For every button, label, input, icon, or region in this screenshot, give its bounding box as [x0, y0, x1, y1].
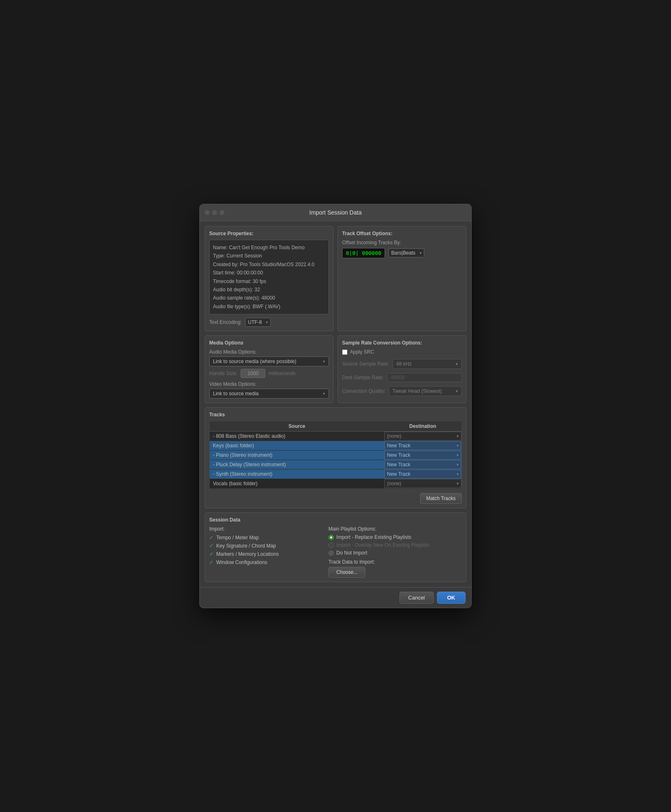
cancel-button[interactable]: Cancel: [399, 592, 433, 604]
offset-unit-select[interactable]: Bars|Beats: [388, 248, 424, 257]
track-dest-select-wrapper: New Track: [384, 470, 461, 479]
traffic-lights: [205, 210, 224, 215]
track-source-cell: - 808 Bass (Stereo Elastic audio): [210, 432, 384, 441]
track-dest-select-wrapper: (none): [384, 432, 461, 441]
video-option-select-wrapper: Link to source media: [209, 389, 329, 399]
bottom-bar: Cancel OK: [200, 587, 471, 608]
table-row[interactable]: - Pluck Delay (Stereo instrument)New Tra…: [210, 460, 461, 470]
track-dest-select[interactable]: New Track: [384, 441, 461, 450]
table-row[interactable]: - 808 Bass (Stereo Elastic audio)(none): [210, 432, 461, 441]
track-dest-cell: New Track: [384, 451, 461, 460]
audio-option-select[interactable]: Link to source media (where possible): [209, 356, 329, 366]
track-dest-select-wrapper: New Track: [384, 451, 461, 460]
destination-header: Destination: [384, 421, 461, 432]
dest-sample-rate-row: Dest Sample Rate:: [342, 373, 462, 382]
maximize-button[interactable]: [220, 210, 224, 215]
session-data-title: Session Data: [209, 517, 462, 523]
playlist-section: Main Playlist Options: Import - Replace …: [328, 526, 462, 578]
table-row[interactable]: - Synth (Stereo instrument)New Track: [210, 470, 461, 479]
table-row[interactable]: Keys (basic folder)New Track: [210, 441, 461, 451]
source-info-line-3: Created by: Pro Tools Studio/MacOS 2022.…: [213, 260, 325, 269]
source-info-box: Name: Can't Get Enough Pro Tools Demo Ty…: [209, 240, 329, 314]
import-item-tempo: ✓ Tempo / Meter Map: [209, 534, 320, 541]
offset-unit-select-wrapper: Bars|Beats: [388, 248, 424, 257]
source-sample-rate-select-wrapper: 48 kHz: [392, 359, 462, 369]
radio-replace-dot: [328, 535, 334, 540]
source-sample-rate-label: Source Sample Rate:: [342, 361, 389, 367]
source-info-line-6: Audio bit depth(s): 32: [213, 286, 325, 294]
media-options-panel: Media Options Audio Media Options: Link …: [205, 335, 333, 403]
table-row[interactable]: Vocals (basic folder)(none): [210, 479, 461, 489]
track-dest-select[interactable]: New Track: [384, 460, 461, 469]
title-bar: Import Session Data: [200, 204, 471, 221]
markers-checkmark: ✓: [209, 551, 214, 557]
track-source-cell: - Pluck Delay (Stereo instrument): [210, 460, 384, 470]
track-source-cell: Keys (basic folder): [210, 441, 384, 451]
track-dest-select[interactable]: New Track: [384, 451, 461, 460]
source-info-line-2: Type: Current Session: [213, 252, 325, 260]
tracks-table-body: - 808 Bass (Stereo Elastic audio)(none)K…: [210, 432, 461, 489]
text-encoding-row: Text Encoding: UTF-8: [209, 318, 329, 327]
tempo-label: Tempo / Meter Map: [216, 535, 259, 541]
track-dest-cell: New Track: [384, 441, 461, 451]
import-session-dialog: Import Session Data Source Properties: N…: [199, 204, 472, 608]
track-dest-cell: New Track: [384, 470, 461, 479]
source-header: Source: [210, 421, 384, 432]
markers-label: Markers / Memory Locations: [216, 551, 279, 557]
offset-value[interactable]: 0|0| 000000: [342, 248, 385, 258]
offset-row: 0|0| 000000 Bars|Beats: [342, 248, 462, 258]
radio-replace-playlists[interactable]: Import - Replace Existing Playlists: [328, 534, 462, 540]
track-offset-title: Track Offset Options:: [342, 231, 462, 236]
minimize-button[interactable]: [212, 210, 217, 215]
apply-src-row: Apply SRC: [342, 349, 462, 355]
track-dest-select[interactable]: New Track: [384, 470, 461, 479]
tracks-table: Source Destination - 808 Bass (Stereo El…: [210, 421, 461, 489]
ok-button[interactable]: OK: [437, 592, 466, 604]
import-item-key: ✓ Key Signature / Chord Map: [209, 543, 320, 549]
conversion-quality-select: Tweak Head (Slowest): [389, 386, 462, 396]
import-items: ✓ Tempo / Meter Map ✓ Key Signature / Ch…: [209, 534, 320, 565]
track-dest-select[interactable]: (none): [384, 479, 461, 488]
track-dest-select-wrapper: New Track: [384, 460, 461, 469]
track-dest-select-wrapper: New Track: [384, 441, 461, 450]
conversion-quality-row: Conversion Quality: Tweak Head (Slowest): [342, 386, 462, 396]
dest-sample-rate-label: Dest Sample Rate:: [342, 375, 384, 380]
apply-src-label: Apply SRC: [350, 349, 374, 355]
src-options: Apply SRC Source Sample Rate: 48 kHz Des…: [342, 349, 462, 396]
apply-src-checkbox[interactable]: [342, 349, 347, 355]
radio-overlay-label: Import - Overlay New On Existing Playlis…: [336, 542, 429, 548]
source-sample-rate-select: 48 kHz: [392, 359, 462, 369]
tracks-header-row: Source Destination: [210, 421, 461, 432]
table-row[interactable]: - Piano (Stereo instrument)New Track: [210, 451, 461, 460]
session-data-panel: Session Data Import: ✓ Tempo / Meter Map…: [205, 512, 466, 582]
source-info-line-5: Timecode format: 30 fps: [213, 277, 325, 286]
radio-do-not-import[interactable]: Do Not Import: [328, 550, 462, 556]
session-data-content: Import: ✓ Tempo / Meter Map ✓ Key Signat…: [209, 526, 462, 578]
tracks-table-scroll[interactable]: Source Destination - 808 Bass (Stereo El…: [210, 421, 461, 491]
track-dest-select-wrapper: (none): [384, 479, 461, 488]
import-item-window: ✓ Window Configurations: [209, 559, 320, 565]
window-checkmark: ✓: [209, 559, 214, 565]
track-dest-cell: New Track: [384, 460, 461, 470]
track-source-cell: - Synth (Stereo instrument): [210, 470, 384, 479]
source-sample-rate-row: Source Sample Rate: 48 kHz: [342, 359, 462, 369]
media-options-title: Media Options: [209, 340, 329, 346]
top-row: Source Properties: Name: Can't Get Enoug…: [205, 226, 466, 331]
radio-no-import-label: Do Not Import: [336, 550, 367, 556]
handle-size-unit: milliseconds: [269, 371, 295, 376]
video-option-select[interactable]: Link to source media: [209, 389, 329, 399]
track-data-row: Track Data to Import: Choose...: [328, 559, 462, 578]
handle-size-input[interactable]: 1000: [241, 369, 265, 378]
key-checkmark: ✓: [209, 543, 214, 549]
track-dest-select[interactable]: (none): [384, 432, 461, 441]
source-info-line-1: Name: Can't Get Enough Pro Tools Demo: [213, 243, 325, 252]
text-encoding-label: Text Encoding:: [209, 319, 242, 325]
match-tracks-row: Match Tracks: [209, 493, 462, 504]
text-encoding-select[interactable]: UTF-8: [245, 318, 271, 327]
choose-button[interactable]: Choose...: [328, 567, 365, 578]
close-button[interactable]: [205, 210, 210, 215]
handle-size-row: Handle Size: 1000 milliseconds: [209, 369, 329, 378]
match-tracks-button[interactable]: Match Tracks: [420, 493, 462, 504]
video-options-label: Video Media Options:: [209, 381, 329, 387]
import-section: Import: ✓ Tempo / Meter Map ✓ Key Signat…: [209, 526, 320, 578]
